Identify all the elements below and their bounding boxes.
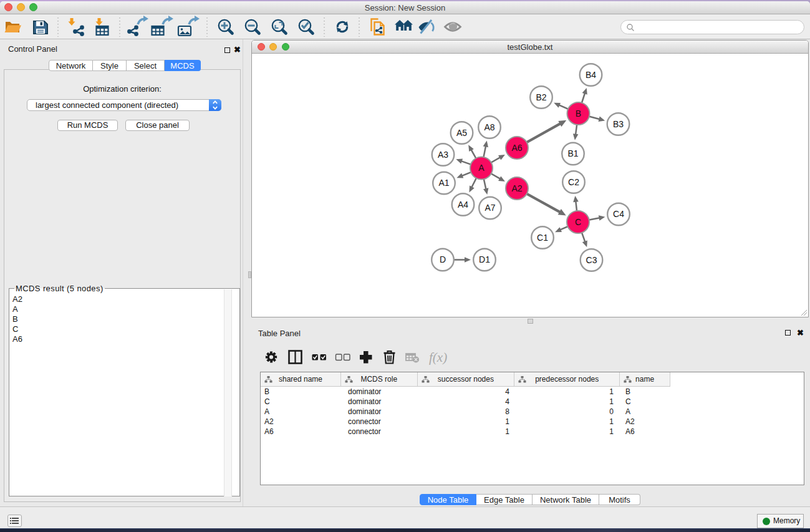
svg-text:C3: C3 <box>586 255 597 265</box>
svg-text:D: D <box>440 254 446 264</box>
svg-text:B: B <box>576 109 581 118</box>
svg-text:C2: C2 <box>568 177 579 187</box>
svg-text:B4: B4 <box>586 70 596 80</box>
svg-text:A8: A8 <box>484 122 494 132</box>
svg-text:A3: A3 <box>438 150 448 160</box>
svg-text:A1: A1 <box>438 178 449 188</box>
svg-text:A5: A5 <box>456 128 467 138</box>
svg-text:C1: C1 <box>537 233 548 243</box>
svg-text:B1: B1 <box>567 148 578 158</box>
svg-text:D1: D1 <box>479 254 490 264</box>
svg-text:A6: A6 <box>511 143 522 153</box>
svg-text:A4: A4 <box>458 200 468 210</box>
svg-text:f(x): f(x) <box>429 350 447 365</box>
svg-text:C: C <box>575 217 581 227</box>
svg-text:C4: C4 <box>613 209 624 219</box>
svg-text:A7: A7 <box>485 203 495 213</box>
svg-text:A: A <box>478 163 485 173</box>
svg-text:B2: B2 <box>536 92 546 102</box>
svg-text:B3: B3 <box>613 119 624 129</box>
svg-text:A2: A2 <box>511 183 522 193</box>
